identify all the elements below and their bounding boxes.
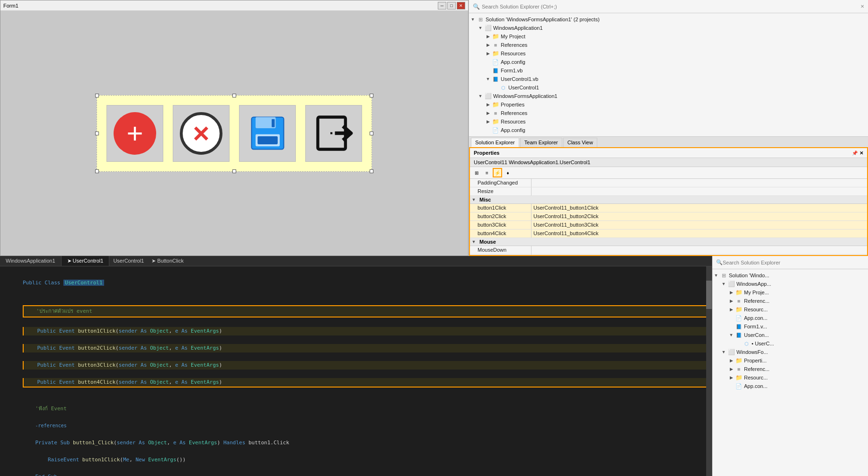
right-tree-solution[interactable]: ▼ ⊞ Solution 'Windo... bbox=[712, 271, 868, 280]
right-tree-refs[interactable]: ▶ ■ Referenc... bbox=[712, 297, 868, 305]
prop-section-mouse[interactable]: ▼ Mouse bbox=[470, 238, 867, 246]
tree-usercontrol1-label: UserControl1 bbox=[508, 85, 539, 90]
code-content[interactable]: Public Class UserControl1 'ประกาศตัวแปร … bbox=[19, 266, 712, 476]
tree-references2[interactable]: ▶ ■ References bbox=[469, 109, 868, 117]
maximize-button[interactable]: □ bbox=[447, 2, 456, 9]
code-gutter bbox=[0, 266, 19, 476]
handle-tm[interactable] bbox=[232, 94, 236, 97]
tree-arrow: ▼ bbox=[712, 273, 720, 278]
handle-bm[interactable] bbox=[232, 169, 236, 173]
tree-winformsapp1-label: WindowsFormsApplication1 bbox=[493, 93, 558, 99]
prop-row-btn2click[interactable]: button2Click UserControl11_button2Click bbox=[470, 212, 867, 221]
tree-form1vb[interactable]: ▶ 📘 Form1.vb bbox=[469, 66, 868, 75]
tree-windowsapp1[interactable]: ▼ ⬜ WindowsApplication1 bbox=[469, 24, 868, 32]
prop-name-btn4click: button4Click bbox=[470, 229, 531, 238]
vbfile-icon: 📘 bbox=[735, 331, 743, 339]
add-icon bbox=[114, 112, 156, 155]
handle-tl[interactable] bbox=[95, 94, 99, 97]
code-dropdown-method[interactable]: ➤ ButtonClick bbox=[148, 256, 187, 266]
search-clear-icon[interactable]: ✕ bbox=[860, 4, 864, 9]
prop-name-paddingchanged[interactable]: PaddingChanged bbox=[470, 179, 531, 187]
right-tree-winsapp-label: WindowsApp... bbox=[736, 281, 771, 287]
pin-icon[interactable]: 📌 bbox=[852, 150, 858, 156]
tree-usercontrol1vb[interactable]: ▼ 📘 UserControl1.vb bbox=[469, 75, 868, 83]
solution-icon: ⊞ bbox=[720, 272, 727, 279]
prop-row-btn1click[interactable]: button1Click UserControl11_button1Click bbox=[470, 204, 867, 212]
right-tree-res2[interactable]: ▶ 📁 Resourc... bbox=[712, 373, 868, 382]
project-icon: ⬜ bbox=[484, 24, 492, 32]
tree-properties2[interactable]: ▶ 📁 Properties bbox=[469, 100, 868, 109]
right-tree-wfa1[interactable]: ▼ ⬜ WindowsFo... bbox=[712, 348, 868, 356]
prop-value-mouseenter bbox=[531, 255, 867, 255]
tree-arrow: ▶ bbox=[484, 111, 492, 115]
add-button-icon[interactable] bbox=[106, 105, 163, 162]
tree-resources2[interactable]: ▶ 📁 Resources bbox=[469, 117, 868, 126]
file-icon: 📄 bbox=[735, 382, 743, 390]
prop-tool-grid[interactable]: ⊞ bbox=[472, 168, 481, 177]
tree-arrow: ▼ bbox=[477, 26, 484, 30]
right-tree-myproj[interactable]: ▶ 📁 My Proje... bbox=[712, 288, 868, 297]
tab-solution-explorer[interactable]: Solution Explorer bbox=[471, 138, 519, 147]
handle-tr[interactable] bbox=[370, 94, 373, 97]
save-button-icon[interactable] bbox=[239, 105, 296, 162]
code-dropdown-class[interactable]: UserControl1 bbox=[109, 256, 148, 266]
solution-search-input[interactable] bbox=[482, 4, 859, 9]
tree-references2-label: References bbox=[501, 110, 527, 116]
handle-br[interactable] bbox=[370, 169, 373, 173]
tree-solution-root[interactable]: ▼ ⊞ Solution 'WindowsFormsApplication1' … bbox=[469, 15, 868, 24]
tree-appconfig1[interactable]: ▶ 📄 App.config bbox=[469, 58, 868, 66]
project-icon: ⬜ bbox=[727, 348, 735, 356]
tree-usercontrol1[interactable]: ▶ ⬡ UserControl1 bbox=[469, 83, 868, 92]
tree-winformsapp1[interactable]: ▼ ⬜ WindowsFormsApplication1 bbox=[469, 92, 868, 100]
cancel-icon bbox=[180, 112, 222, 155]
right-solution-bottom: 🔍 ▼ ⊞ Solution 'Windo... ▼ ⬜ WindowsApp.… bbox=[712, 256, 868, 476]
prop-tool-props[interactable]: ♦ bbox=[503, 168, 513, 177]
right-search-input[interactable] bbox=[723, 260, 864, 265]
exit-button-icon[interactable] bbox=[305, 105, 362, 162]
cancel-button-icon[interactable] bbox=[173, 105, 230, 162]
right-tree-uc1[interactable]: ▶ ⬡ • UserC... bbox=[712, 339, 868, 348]
tab-team-explorer[interactable]: Team Explorer bbox=[520, 138, 562, 147]
close-button[interactable]: ✕ bbox=[457, 2, 465, 9]
tree-appconfig2[interactable]: ▶ 📄 App.config bbox=[469, 126, 868, 134]
tree-myproject[interactable]: ▶ 📁 My Project bbox=[469, 32, 868, 41]
mouse-section-label: Mouse bbox=[478, 238, 498, 245]
right-tree-appcfg2[interactable]: ▶ 📄 App.con... bbox=[712, 382, 868, 390]
code-scrollbar[interactable] bbox=[706, 266, 712, 476]
tree-arrow: ▼ bbox=[720, 350, 727, 354]
right-tree-appcfg[interactable]: ▶ 📄 App.con... bbox=[712, 314, 868, 322]
prop-tool-list[interactable]: ≡ bbox=[482, 168, 492, 177]
right-tree-res[interactable]: ▶ 📁 Resourc... bbox=[712, 305, 868, 314]
prop-row-mousedown[interactable]: MouseDown bbox=[470, 246, 867, 255]
code-tab-usercontrol[interactable]: ➤ UserControl1 bbox=[62, 256, 110, 266]
prop-row-resize: Resize bbox=[470, 187, 867, 196]
handle-ml[interactable] bbox=[95, 132, 99, 135]
prop-row-btn3click[interactable]: button3Click UserControl11_button3Click bbox=[470, 221, 867, 229]
prop-row-mouseenter[interactable]: MouseEnter bbox=[470, 255, 867, 255]
vbfile-icon: 📘 bbox=[492, 67, 499, 74]
right-tree-winsapp[interactable]: ▼ ⬜ WindowsApp... bbox=[712, 280, 868, 288]
right-tree-form1[interactable]: ▶ 📘 Form1.v... bbox=[712, 322, 868, 331]
tree-resources1[interactable]: ▶ 📁 Resources bbox=[469, 49, 868, 58]
properties-toolbar: ⊞ ≡ ⚡ ♦ bbox=[470, 167, 867, 179]
code-tab-windowsapp[interactable]: WindowsApplication1 bbox=[0, 256, 62, 266]
right-search-bottom: 🔍 bbox=[712, 256, 868, 269]
solution-tabs: Solution Explorer Team Explorer Class Vi… bbox=[469, 136, 868, 147]
right-tree-uc1vb[interactable]: ▼ 📘 UserCon... bbox=[712, 331, 868, 339]
prop-section-misc[interactable]: ▼ Misc bbox=[470, 196, 867, 204]
tab-class-view[interactable]: Class View bbox=[563, 138, 597, 147]
handle-mr[interactable] bbox=[370, 132, 373, 135]
usercontrol-panel bbox=[97, 95, 372, 172]
prop-row-btn4click[interactable]: button4Click UserControl11_button4Click bbox=[470, 229, 867, 238]
right-tree-props2[interactable]: ▶ 📁 Properti... bbox=[712, 356, 868, 365]
tree-arrow: ▼ bbox=[727, 333, 735, 337]
vbfile-icon: 📘 bbox=[735, 323, 743, 330]
prop-tool-events[interactable]: ⚡ bbox=[493, 168, 502, 177]
tree-references1[interactable]: ▶ ■ References bbox=[469, 41, 868, 49]
handle-bl[interactable] bbox=[95, 169, 99, 173]
svg-rect-3 bbox=[272, 119, 275, 127]
right-tree-refs2[interactable]: ▶ ■ Referenc... bbox=[712, 365, 868, 373]
prop-name-resize[interactable]: Resize bbox=[470, 187, 531, 195]
close-properties-icon[interactable]: ✕ bbox=[859, 150, 863, 156]
minimize-button[interactable]: ─ bbox=[438, 2, 446, 9]
